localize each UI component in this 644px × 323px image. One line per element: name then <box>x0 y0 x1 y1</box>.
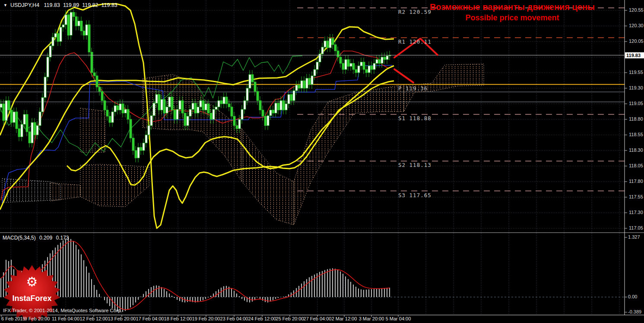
cloud-region <box>294 85 404 225</box>
candle-body <box>329 38 331 48</box>
candle-body <box>176 109 178 119</box>
cloud-region <box>51 183 80 201</box>
candle-body <box>342 63 344 69</box>
candle-body <box>293 91 295 101</box>
candle-body <box>13 112 15 122</box>
chart-canvas[interactable] <box>0 0 644 323</box>
candle-body <box>73 12 75 16</box>
candle-body <box>137 147 140 158</box>
candle-body <box>10 110 13 122</box>
candle-body <box>308 78 311 84</box>
candle-body <box>337 51 339 57</box>
mt4-terminal: { "header": {"symbol":"USDJPY,H4","open"… <box>0 0 644 323</box>
candle-body <box>98 87 101 91</box>
candle-body <box>334 45 336 51</box>
candle-body <box>104 101 106 110</box>
candle-body <box>373 63 375 69</box>
candle-body <box>130 119 132 138</box>
candle-body <box>109 116 111 122</box>
candle-body <box>345 60 347 70</box>
candle-body <box>275 103 277 113</box>
candle-body <box>29 132 31 143</box>
candle-body <box>360 62 362 66</box>
candle-body <box>88 25 90 52</box>
logo-starburst <box>4 265 60 322</box>
candle-body <box>0 104 2 108</box>
candle-body <box>31 122 33 143</box>
candle-body <box>314 70 316 76</box>
candle-body <box>301 81 303 88</box>
instaforex-logo: ⚙ InstaForex <box>3 264 63 323</box>
candle-body <box>386 56 388 60</box>
candle-body <box>194 103 197 113</box>
candle-body <box>223 97 225 104</box>
candle-body <box>65 15 67 25</box>
projection-arrow[interactable] <box>394 69 413 83</box>
candle-body <box>16 112 18 129</box>
candle-body <box>205 104 207 110</box>
cloud-region <box>143 74 242 182</box>
candle-body <box>200 101 202 107</box>
candle-body <box>267 115 269 125</box>
candle-body <box>57 33 59 42</box>
candle-body <box>54 33 57 37</box>
logo-gear-icon: ⚙ <box>26 275 38 289</box>
candle-body <box>60 27 62 42</box>
candle-body <box>44 77 46 98</box>
cloud-region <box>80 108 105 152</box>
candle-body <box>101 91 103 101</box>
candle-body <box>332 38 334 45</box>
candle-body <box>215 107 217 109</box>
candle-body <box>122 104 124 113</box>
candle-body <box>192 103 194 109</box>
candle-body <box>86 25 88 35</box>
candle-body <box>184 113 186 126</box>
candle-body <box>135 150 137 158</box>
candle-body <box>70 12 72 35</box>
candle-body <box>93 73 95 76</box>
candle-body <box>381 57 383 63</box>
candle-body <box>111 112 114 122</box>
candle-body <box>3 104 5 121</box>
candle-body <box>124 109 127 113</box>
candle-body <box>363 62 365 70</box>
candle-body <box>259 101 261 110</box>
candle-body <box>5 101 7 121</box>
candle-body <box>150 115 152 125</box>
candle-body <box>78 21 80 26</box>
candle-body <box>236 125 238 128</box>
candle-body <box>155 94 158 103</box>
candle-body <box>52 37 54 46</box>
candle-body <box>231 107 233 116</box>
candle-body <box>145 135 147 143</box>
cloud-region <box>404 64 484 112</box>
candle-body <box>80 21 82 31</box>
candle-body <box>34 122 36 135</box>
candle-body <box>75 16 77 26</box>
candle-body <box>352 63 355 69</box>
candle-body <box>324 41 326 47</box>
candle-body <box>166 107 168 113</box>
candle-body <box>189 109 191 116</box>
candle-body <box>311 76 313 84</box>
candle-body <box>225 97 228 104</box>
candle-body <box>285 104 287 110</box>
candle-body <box>39 112 41 126</box>
candle-body <box>303 81 305 88</box>
logo-text: InstaForex <box>12 294 51 303</box>
candle-body <box>153 103 155 116</box>
candle-body <box>295 85 298 91</box>
candle-body <box>347 60 349 67</box>
candle-body <box>174 110 176 119</box>
candle-body <box>210 113 212 119</box>
candle-body <box>282 101 285 110</box>
candle-body <box>140 147 142 150</box>
candle-body <box>117 106 119 110</box>
candle-body <box>358 66 360 73</box>
candle-body <box>119 104 121 110</box>
candle-body <box>197 107 199 113</box>
cloud-region <box>242 129 294 225</box>
candle-body <box>21 125 23 137</box>
candle-body <box>350 63 352 66</box>
candle-body <box>62 25 64 27</box>
